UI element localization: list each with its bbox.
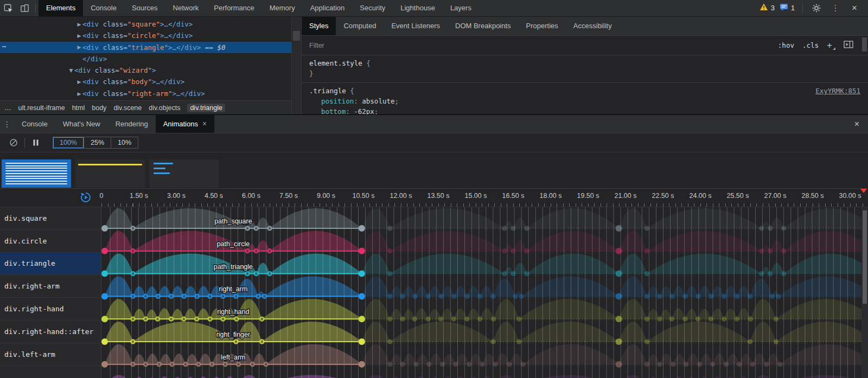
keyframe-dot[interactable] [502,226,507,230]
tab-accessibility[interactable]: Accessibility [566,17,620,35]
keyframe-dot[interactable] [682,317,687,322]
stylesheet-source-link[interactable]: ExyYRMK:851 [815,86,860,96]
tab-properties[interactable]: Properties [519,17,566,35]
tab-network[interactable]: Network [165,0,207,16]
tab-performance[interactable]: Performance [206,0,261,16]
keyframe-dot[interactable] [709,294,713,299]
keyframe-dot[interactable] [644,294,649,299]
dom-tree-row[interactable]: ▶<div class="square">…</div> [0,18,291,30]
keyframe-dot[interactable] [101,338,108,345]
animation-group-preview[interactable] [149,159,219,188]
keyframe-dot[interactable] [387,271,392,276]
speed-button-25[interactable]: 25% [84,137,111,148]
keyframe-dot[interactable] [657,317,662,322]
keyframe-dot[interactable] [387,248,392,253]
keyframe-dot[interactable] [524,271,529,276]
keyframe-dot[interactable] [524,248,529,253]
keyframe-dot[interactable] [480,362,484,367]
keyframe-dot[interactable] [748,294,752,299]
warning-icon[interactable] [760,3,768,14]
keyframe-dot[interactable] [400,362,405,367]
keyframe-dot[interactable] [464,317,469,322]
keyframe-dot[interactable] [387,362,392,367]
keyframe-dot[interactable] [387,317,392,322]
scrollbar-thumb[interactable] [863,210,867,304]
keyframe-dot[interactable] [695,317,700,322]
drawer-tab-what-s-new[interactable]: What's New [55,115,108,133]
keyframe-dot[interactable] [413,294,418,299]
css-property-row[interactable]: bottom: -62px; [309,106,860,114]
disclosure-arrow-icon[interactable]: ▼ [68,65,74,76]
keyframe-dot[interactable] [724,362,729,367]
keyframe-dot[interactable] [507,362,512,367]
keyframe-dot[interactable] [644,226,649,230]
row-overflow-icon[interactable]: ⋯ [2,41,7,53]
device-toolbar-icon[interactable] [16,0,33,16]
clear-all-icon[interactable] [5,134,22,151]
keyframe-dot[interactable] [464,294,469,299]
keyframe-dot[interactable] [657,294,662,299]
more-options-icon[interactable]: ⋮ [827,0,844,16]
collapse-sidebar-icon[interactable] [844,40,854,51]
tab-dom-breakpoints[interactable]: DOM Breakpoints [448,17,519,35]
scrollbar-thumb[interactable] [293,31,300,41]
breadcrumb-item[interactable]: ult.result-iframe [18,104,65,112]
keyframe-dot[interactable] [770,294,775,299]
keyframe-dot[interactable] [710,362,715,367]
keyframe-dot[interactable] [774,317,778,322]
animation-group-preview[interactable] [2,159,71,188]
keyframe-dot[interactable] [490,339,495,344]
breadcrumb-item[interactable]: div.scene [113,104,142,112]
keyframe-dot[interactable] [616,271,622,277]
breadcrumb-item[interactable]: html [72,104,85,112]
close-devtools-button[interactable]: × [846,0,863,16]
keyframe-dot[interactable] [709,317,713,322]
keyframe-dot[interactable] [671,362,675,367]
keyframe-dot[interactable] [426,294,431,299]
keyframe-dot[interactable] [359,316,365,322]
keyframe-dot[interactable] [759,226,764,230]
keyframe-dot[interactable] [101,293,108,299]
keyframe-dot[interactable] [748,317,753,322]
keyframe-dot[interactable] [759,248,764,253]
track-row-div-triangle[interactable]: div.triangle [0,253,101,276]
keyframe-dot[interactable] [644,248,649,253]
styles-scrollbar-thumb[interactable] [862,37,867,52]
keyframe-dot[interactable] [616,338,622,345]
toggle-hover-state-button[interactable]: :hov [778,41,794,49]
keyframe-dot[interactable] [657,362,662,367]
breadcrumb-item[interactable]: … [4,104,11,112]
keyframe-dot[interactable] [400,317,405,322]
keyframe-dot[interactable] [426,317,431,322]
keyframe-dot[interactable] [413,362,418,367]
keyframe-dot[interactable] [440,362,445,367]
toggle-class-button[interactable]: .cls [802,41,819,49]
breadcrumb-item[interactable]: div.triangle [187,104,225,112]
keyframe-dot[interactable] [359,225,365,232]
keyframe-dot[interactable] [387,294,392,299]
keyframe-dot[interactable] [644,317,649,322]
keyframe-dot[interactable] [735,294,739,299]
track-row-div-left-arm[interactable]: div.left-arm [0,343,101,366]
keyframe-dot[interactable] [748,339,752,344]
keyframe-dot[interactable] [400,294,405,299]
keyframe-dot[interactable] [774,339,778,344]
new-style-rule-button[interactable]: + [827,42,835,49]
keyframe-dot[interactable] [513,294,518,299]
keyframe-dot[interactable] [477,317,482,322]
keyframe-dot[interactable] [510,226,515,230]
css-rule[interactable]: ExyYRMK:851.triangle {position: absolute… [302,83,868,114]
keyframe-dot[interactable] [387,226,392,230]
keyframe-dot[interactable] [616,316,622,322]
keyframe-dot[interactable] [502,248,507,253]
keyframe-dot[interactable] [101,248,108,254]
dom-tree-row[interactable]: ▶<div class="body">…</div> [0,76,291,87]
track-row-div-square[interactable]: div.square [0,207,101,230]
keyframe-dot[interactable] [359,361,365,368]
keyframe-dot[interactable] [491,317,496,322]
drawer-menu-icon[interactable]: ⋮ [0,120,14,129]
tab-console[interactable]: Console [83,0,124,16]
keyframe-dot[interactable] [735,317,739,322]
keyframe-dot[interactable] [644,362,649,367]
pause-icon[interactable] [28,134,44,151]
